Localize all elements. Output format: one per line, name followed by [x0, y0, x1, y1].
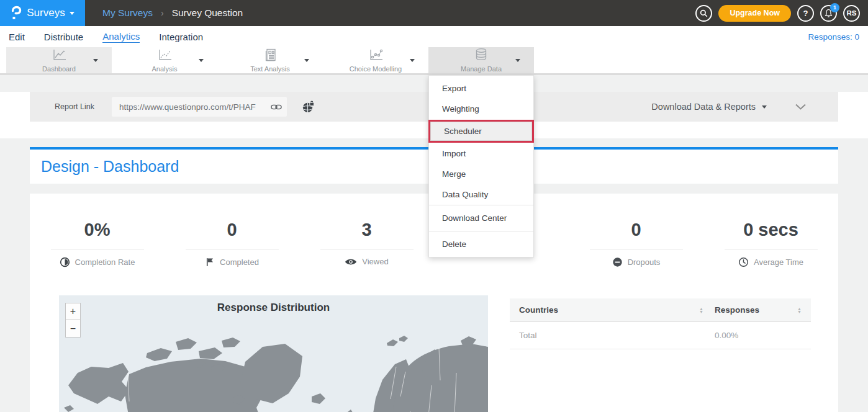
menu-item-download-center[interactable]: Download Center: [429, 205, 533, 231]
nav-integration[interactable]: Integration: [159, 32, 203, 42]
notification-badge: 1: [830, 3, 839, 12]
zoom-in-button[interactable]: +: [65, 303, 81, 320]
stat-viewed: 3 Viewed: [299, 220, 434, 267]
chevron-down-icon: [199, 59, 204, 62]
scheduler-highlight-box: Scheduler: [428, 120, 534, 143]
stat-value: 3: [299, 220, 434, 240]
stat-label: Viewed: [362, 257, 388, 266]
globe-lock-icon[interactable]: [302, 101, 315, 114]
menu-group: Delete: [429, 231, 533, 257]
breadcrumb-current: Survey Question: [172, 7, 243, 19]
table-header: Countries ▲▼ Responses ▲▼: [510, 298, 811, 322]
breadcrumb-my-surveys[interactable]: My Surveys: [102, 7, 153, 19]
tab-manage-data[interactable]: Manage Data: [428, 47, 534, 73]
column-responses[interactable]: Responses: [715, 305, 759, 315]
world-map: [59, 323, 488, 412]
menu-item-merge[interactable]: Merge: [429, 164, 533, 184]
page-title: Design - Dashboard: [41, 158, 179, 176]
total-responses: 0.00%: [715, 331, 802, 340]
stat-label: Dropouts: [628, 258, 661, 267]
database-icon: [473, 48, 489, 64]
menu-item-data-quality[interactable]: Data Quality: [429, 184, 533, 205]
tab-dashboard[interactable]: Dashboard: [6, 47, 112, 73]
download-data-reports-dropdown[interactable]: Download Data & Reports: [651, 102, 767, 112]
response-distribution-map[interactable]: + − Response Distribution: [59, 295, 488, 412]
stat-value: 0: [569, 220, 703, 240]
breadcrumb-separator: ›: [161, 8, 164, 18]
clock-icon: [738, 257, 749, 267]
menu-item-delete[interactable]: Delete: [429, 231, 533, 257]
stat-completion-rate: 0% Completion Rate: [30, 220, 165, 267]
menu-item-import[interactable]: Import: [429, 143, 533, 164]
collapse-chevron[interactable]: [795, 104, 806, 110]
menu-group: Download Center: [429, 205, 533, 231]
breadcrumb: My Surveys › Survey Question: [102, 7, 243, 19]
countries-table: Countries ▲▼ Responses ▲▼ Total 0.00%: [510, 298, 811, 412]
stat-value: 0%: [30, 220, 165, 240]
menu-item-scheduler[interactable]: Scheduler: [430, 122, 532, 141]
scatter-chart-icon: [368, 48, 384, 64]
search-icon: [699, 9, 708, 18]
notifications-button[interactable]: 1: [820, 5, 837, 22]
menu-item-weighting[interactable]: Weighting: [429, 99, 533, 119]
tab-label: Dashboard: [42, 65, 76, 73]
tab-text-analysis[interactable]: Text Analysis: [217, 47, 323, 73]
tab-label: Choice Modelling: [350, 65, 402, 73]
report-link-input[interactable]: https://www.questionpro.com/t/PHAF: [112, 97, 287, 117]
link-icon: [271, 104, 282, 110]
nav-edit[interactable]: Edit: [9, 32, 25, 42]
contrast-icon: [60, 257, 70, 267]
sort-icon[interactable]: ▲▼: [699, 307, 703, 313]
stat-completed: 0 Completed: [165, 220, 299, 267]
flag-icon: [205, 257, 215, 267]
product-name: Surveys: [27, 7, 65, 19]
account-avatar[interactable]: RS: [843, 5, 860, 22]
page: Surveys My Surveys › Survey Question Upg…: [0, 0, 868, 412]
stat-value: 0: [165, 220, 299, 240]
analytics-toolbar: Dashboard Analysis: [0, 47, 868, 75]
chevron-down-icon: [762, 105, 767, 109]
nav-distribute[interactable]: Distribute: [44, 32, 83, 42]
help-button[interactable]: ?: [797, 5, 814, 22]
stat-value: 0 secs: [703, 220, 838, 240]
tab-analysis[interactable]: Analysis: [112, 47, 217, 73]
avatar-initials: RS: [847, 9, 857, 17]
nav-analytics[interactable]: Analytics: [102, 31, 140, 43]
tab-label: Manage Data: [461, 65, 502, 73]
document-icon: [262, 48, 279, 64]
distribution-row: + − Response Distribution: [30, 295, 838, 412]
tab-label: Analysis: [152, 65, 178, 73]
search-button[interactable]: [695, 5, 712, 22]
line-chart-icon: [51, 48, 68, 64]
tab-choice-modelling[interactable]: Choice Modelling: [323, 47, 428, 73]
chevron-down-icon: [70, 12, 75, 15]
questionpro-logo-icon: [11, 6, 22, 20]
map-title: Response Distribution: [59, 295, 488, 314]
chevron-down-icon: [515, 59, 520, 62]
stat-dropouts: 0 Dropouts: [569, 220, 703, 267]
sort-icon[interactable]: ▲▼: [797, 307, 802, 313]
minus-circle-icon: [612, 257, 623, 267]
topbar-actions: Upgrade Now ? 1 RS: [695, 5, 860, 22]
total-label: Total: [519, 331, 715, 340]
tab-label: Text Analysis: [250, 65, 290, 73]
top-bar: Surveys My Surveys › Survey Question Upg…: [0, 0, 868, 26]
table-row: Total 0.00%: [510, 322, 811, 349]
question-mark-icon: ?: [803, 9, 808, 18]
survey-nav: Edit Distribute Analytics Integration Re…: [0, 26, 868, 47]
manage-data-menu: Export Weighting Scheduler Import Merge …: [428, 75, 534, 258]
download-label: Download Data & Reports: [651, 102, 756, 112]
report-link-label: Report Link: [55, 102, 94, 111]
menu-item-export[interactable]: Export: [429, 78, 533, 99]
upgrade-now-button[interactable]: Upgrade Now: [718, 5, 791, 22]
stat-label: Completion Rate: [75, 258, 135, 267]
report-url-value: https://www.questionpro.com/t/PHAF: [119, 102, 271, 112]
product-switcher[interactable]: Surveys: [0, 0, 85, 26]
eye-icon: [345, 258, 357, 266]
chevron-down-icon: [410, 59, 415, 62]
stat-label: Average Time: [754, 258, 803, 267]
responses-count: Responses: 0: [808, 32, 859, 42]
column-countries[interactable]: Countries: [519, 305, 558, 315]
chevron-down-icon: [93, 59, 98, 62]
stat-average-time: 0 secs Average Time: [703, 220, 838, 267]
